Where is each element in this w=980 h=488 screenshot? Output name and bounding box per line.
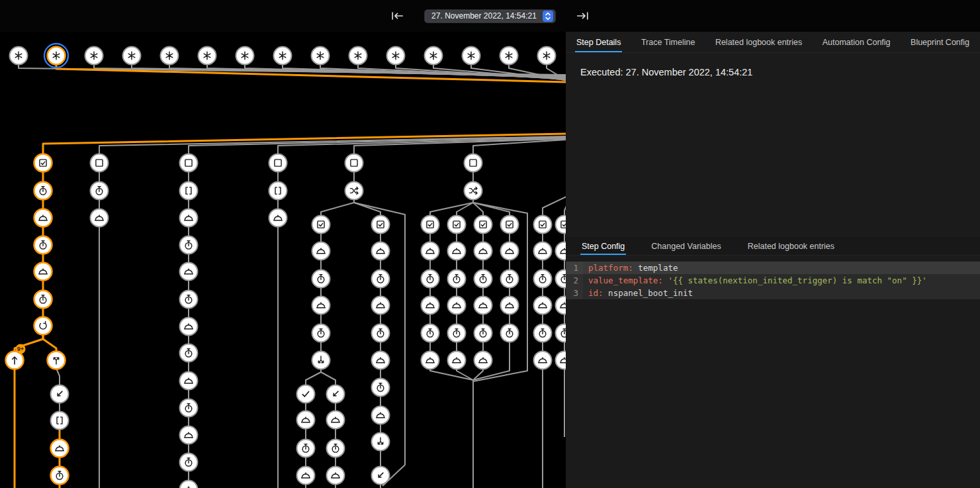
next-run-button[interactable] [573,7,592,25]
next-run-icon [575,9,590,23]
detail-tabs: Step Details Trace Timeline Related logb… [566,32,980,53]
tab-blueprint-config[interactable]: Blueprint Config [909,32,971,52]
tab-changed-variables[interactable]: Changed Variables [650,237,722,255]
trace-node-call-service-icon[interactable] [422,352,439,369]
trace-node-call-service-icon[interactable] [91,209,109,227]
trace-node-call-service-icon[interactable] [327,411,345,429]
trace-node-call-service-icon[interactable] [269,209,287,227]
trace-node-call-service-icon[interactable] [422,297,439,315]
step-config-code: 1 platform: template 2 value_template: '… [566,262,980,299]
yaml-value: template [633,263,678,273]
trace-node-call-service-icon[interactable] [312,242,330,260]
trace-node-condition-passed-icon[interactable] [474,216,492,234]
trace-node-call-service-icon[interactable] [556,242,566,260]
tab-step-config[interactable]: Step Config [580,237,626,255]
previous-run-button[interactable] [388,7,407,25]
code-line: 2 value_template: '{{ states(nextion_ini… [566,274,980,287]
line-number: 1 [566,262,583,274]
trace-node-condition-passed-icon[interactable] [448,216,466,234]
stepper-icon [543,11,553,22]
yaml-value: nspanel_boot_init [603,288,693,298]
code-line: 3 id: nspanel_boot_init [566,287,980,299]
trace-node-call-service-icon[interactable] [448,242,466,260]
trace-node-condition-passed-icon[interactable] [372,216,390,234]
trace-node-call-service-icon[interactable] [312,297,330,315]
trace-node-call-service-icon[interactable] [474,242,492,260]
trace-graph: 9+ [0,32,566,488]
trace-node-check-icon[interactable] [297,385,315,403]
trace-node-call-service-icon[interactable] [180,426,198,444]
tab-related-logbook-entries[interactable]: Related logbook entries [714,32,803,52]
previous-run-icon [390,9,405,23]
tab-label: Trace Timeline [641,38,695,47]
trace-node-condition-passed-icon[interactable] [34,154,52,172]
trace-edge [43,334,56,352]
executed-text: Executed: 27. November 2022, 14:54:21 [580,67,980,77]
tab-automation-config[interactable]: Automation Config [821,32,892,52]
trace-node-call-service-icon[interactable] [448,297,466,315]
trace-node-call-service-icon[interactable] [297,411,315,429]
trace-node-repeat-icon[interactable] [34,317,52,335]
trace-edge [509,65,566,81]
run-selector[interactable]: 27. November 2022, 14:54:21 [424,9,556,23]
yaml-key: value_template: [588,275,663,285]
trace-node-call-service-icon[interactable] [534,297,552,315]
trace-node-call-service-icon[interactable] [34,263,52,281]
tab-trace-timeline[interactable]: Trace Timeline [640,32,697,52]
trace-node-condition-passed-icon[interactable] [501,216,519,234]
step-config-section: Step Config Changed Variables Related lo… [566,237,980,299]
trace-node-call-service-icon[interactable] [327,467,345,485]
trace-node-call-service-icon[interactable] [501,242,519,260]
trace-node-condition-passed-icon[interactable] [534,216,552,234]
trace-node-call-service-icon[interactable] [474,352,492,369]
tab-step-details[interactable]: Step Details [575,32,622,52]
topbar: 27. November 2022, 14:54:21 [0,0,980,32]
trace-node-call-service-icon[interactable] [556,297,566,315]
trace-node-call-service-icon[interactable] [372,297,390,315]
trace-node-call-service-icon[interactable] [556,352,566,369]
trace-node-call-service-icon[interactable] [34,209,52,227]
tab-label: Changed Variables [651,242,721,251]
line-number: 3 [566,287,583,299]
trace-node-call-service-icon[interactable] [372,352,390,369]
trace-node-call-service-icon[interactable] [51,440,69,458]
trace-node-condition-icon[interactable] [91,154,109,172]
trace-graph-canvas: 9+ [0,32,566,488]
step-config-tabs: Step Config Changed Variables Related lo… [566,237,980,256]
trace-node-call-service-icon[interactable] [372,242,390,260]
trace-node-call-service-icon[interactable] [180,372,198,390]
trace-node-call-service-icon[interactable] [474,297,492,315]
details-panel: Step Details Trace Timeline Related logb… [566,32,980,488]
tab-label: Blueprint Config [911,38,969,47]
yaml-string: '{{ states(nextion_inited_trigger) is ma… [668,275,926,285]
trace-node-call-service-icon[interactable] [180,209,198,227]
tab-label: Related logbook entries [715,38,802,47]
tab-related-logbook-entries-bottom[interactable]: Related logbook entries [746,237,836,255]
trace-node-call-service-icon[interactable] [372,407,390,424]
trace-edge [43,134,566,154]
trace-node-condition-icon[interactable] [465,154,482,172]
trace-node-condition-icon[interactable] [269,154,287,172]
run-selector-value: 27. November 2022, 14:54:21 [431,11,537,21]
trace-node-condition-passed-icon[interactable] [312,216,330,234]
trace-node-condition-icon[interactable] [345,154,363,172]
tab-label: Automation Config [823,38,891,47]
trace-node-call-service-icon[interactable] [501,297,519,315]
trace-node-condition-passed-icon[interactable] [422,216,439,234]
code-line: 1 platform: template [566,262,980,274]
trace-node-call-service-icon[interactable] [534,352,552,369]
trace-node-call-service-icon[interactable] [180,318,198,336]
trace-node-call-service-icon[interactable] [534,242,552,260]
trace-node-template-icon[interactable] [269,182,287,200]
trace-node-call-service-icon[interactable] [297,467,315,485]
tab-label: Step Details [576,38,621,47]
trace-node-condition-icon[interactable] [180,154,198,172]
trace-node-call-service-icon[interactable] [448,352,466,369]
trace-node-call-service-icon[interactable] [422,242,439,260]
tab-label: Step Config [582,242,625,251]
trace-node-template-icon[interactable] [51,412,69,430]
line-number: 2 [566,274,583,287]
iteration-count-text: 9+ [17,346,24,352]
trace-node-call-service-icon[interactable] [180,263,198,281]
trace-node-template-icon[interactable] [180,182,198,200]
